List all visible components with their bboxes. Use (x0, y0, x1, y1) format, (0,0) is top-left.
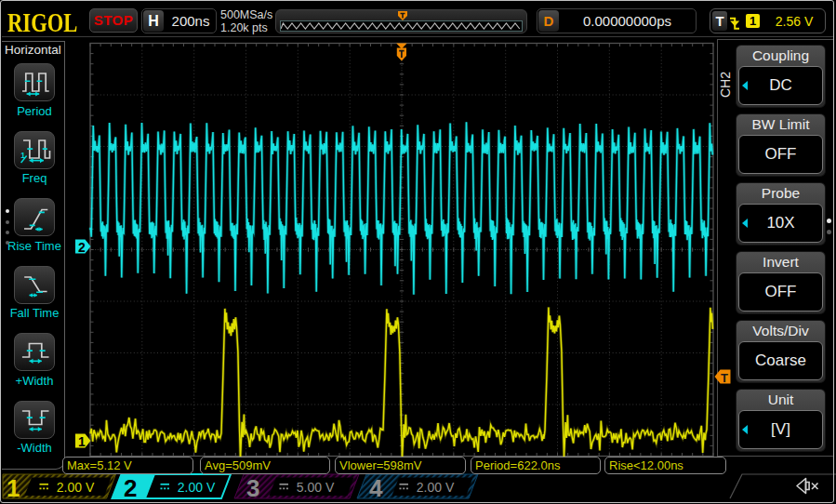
svg-text:4: 4 (369, 474, 383, 501)
svg-text:1: 1 (7, 474, 20, 501)
svg-text:2: 2 (124, 474, 137, 501)
svg-text:2: 2 (78, 240, 86, 255)
svg-text:3: 3 (246, 474, 259, 501)
svg-text:T: T (721, 371, 728, 385)
svg-text:1: 1 (78, 434, 86, 449)
